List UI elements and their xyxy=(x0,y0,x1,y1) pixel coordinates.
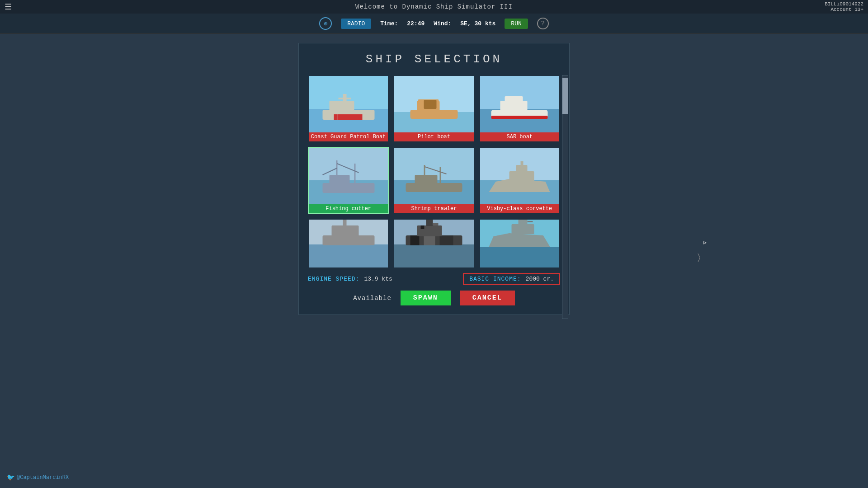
svg-rect-6 xyxy=(410,110,458,119)
svg-rect-13 xyxy=(491,116,548,119)
ship-image-shrimp-trawler xyxy=(399,157,469,206)
wind-label: Wind: xyxy=(434,20,451,27)
svg-rect-44 xyxy=(528,221,533,222)
wind-value: SE, 30 kts xyxy=(460,20,495,27)
svg-rect-4 xyxy=(334,114,337,120)
ship-label-fishing-cutter: Fishing cutter xyxy=(309,204,388,213)
ship-image-bottom3 xyxy=(485,220,555,263)
radio-icon-circle[interactable]: ⊕ xyxy=(319,17,332,30)
svg-rect-34 xyxy=(424,235,435,245)
svg-rect-29 xyxy=(322,235,374,245)
svg-rect-28 xyxy=(521,161,524,166)
account-name: BILLi09014922 xyxy=(825,1,863,7)
ship-card-bottom3[interactable] xyxy=(479,219,560,268)
ship-thumb-coast-guard xyxy=(309,76,388,141)
time-value: 22:49 xyxy=(407,20,425,27)
side-arrow-icon[interactable]: 〉 xyxy=(698,253,701,263)
ship-thumb-fishing-cutter xyxy=(309,148,388,213)
ship-thumb-shrimp-trawler xyxy=(394,148,473,213)
svg-rect-42 xyxy=(519,220,528,225)
svg-rect-3 xyxy=(338,98,351,99)
ship-image-pilot-boat xyxy=(399,85,469,135)
engine-speed-value: 13.9 kts xyxy=(364,276,392,282)
scroll-area: Coast Guard Patrol Boat xyxy=(308,75,560,268)
ship-label-coast-guard: Coast Guard Patrol Boat xyxy=(309,132,388,141)
ship-card-bottom1[interactable] xyxy=(308,219,389,268)
svg-rect-20 xyxy=(406,183,462,192)
svg-rect-27 xyxy=(516,165,528,172)
ship-card-shrimp-trawler[interactable]: Shrimp trawler xyxy=(393,147,474,214)
top-bar: ☰ Welcome to Dynamic Ship Simulator III … xyxy=(0,0,868,14)
ship-image-coast-guard xyxy=(313,85,383,135)
menu-icon[interactable]: ☰ xyxy=(5,2,12,12)
scrollbar-thumb[interactable] xyxy=(562,78,568,114)
run-button[interactable]: RUN xyxy=(505,19,528,29)
help-button[interactable]: ? xyxy=(537,18,549,29)
ship-image-bottom1 xyxy=(313,220,383,263)
svg-rect-30 xyxy=(331,225,359,236)
svg-rect-22 xyxy=(424,165,425,184)
ship-thumb-pilot-boat xyxy=(394,76,473,141)
cursor: ▹ xyxy=(703,237,708,247)
engine-speed-label: ENGINE SPEED: xyxy=(308,276,359,282)
ship-label-visby-corvette: Visby-class corvette xyxy=(480,204,559,213)
svg-rect-12 xyxy=(505,96,523,102)
basic-income-box: BASIC INCOME: 2000 cr. xyxy=(463,273,560,285)
ship-label-pilot-boat: Pilot boat xyxy=(394,132,473,141)
svg-rect-39 xyxy=(433,223,438,225)
main-container: SHIP SELECTION xyxy=(0,34,868,481)
ship-card-fishing-cutter[interactable]: Fishing cutter xyxy=(308,147,389,214)
account-age: Account 13+ xyxy=(825,7,863,12)
nav-bar: ⊕ RADIO Time: 22:49 Wind: SE, 30 kts RUN… xyxy=(0,14,868,34)
ship-label-sar-boat: SAR boat xyxy=(480,132,559,141)
svg-rect-15 xyxy=(329,175,349,184)
svg-rect-26 xyxy=(509,171,534,181)
svg-rect-1 xyxy=(329,101,354,111)
spawn-button[interactable]: SPAWN xyxy=(401,291,451,305)
svg-marker-40 xyxy=(489,233,550,247)
ship-image-sar-boat xyxy=(485,85,555,135)
svg-rect-9 xyxy=(424,100,436,109)
ship-thumb-bottom1 xyxy=(309,220,388,268)
ship-card-coast-guard[interactable]: Coast Guard Patrol Boat xyxy=(308,75,389,142)
app-title: Welcome to Dynamic Ship Simulator III xyxy=(355,3,513,10)
ship-card-bottom2[interactable] xyxy=(393,219,474,268)
svg-line-19 xyxy=(322,168,337,175)
ship-thumb-bottom3 xyxy=(480,220,559,268)
ship-card-sar-boat[interactable]: SAR boat xyxy=(479,75,560,142)
ship-card-pilot-boat[interactable]: Pilot boat xyxy=(393,75,474,142)
ship-selection-panel: SHIP SELECTION xyxy=(298,43,570,315)
svg-rect-37 xyxy=(426,220,433,226)
twitter-icon: 🐦 xyxy=(7,474,14,481)
ship-thumb-visby-corvette xyxy=(480,148,559,213)
time-label: Time: xyxy=(380,20,398,27)
twitter-name: @CaptainMarcinRX xyxy=(17,474,69,481)
account-info: BILLi09014922 Account 13+ xyxy=(825,1,863,12)
svg-rect-23 xyxy=(439,167,441,183)
ship-grid: Coast Guard Patrol Boat xyxy=(308,75,560,268)
svg-rect-21 xyxy=(415,175,437,184)
ship-image-visby-corvette xyxy=(485,157,555,206)
ship-image-fishing-cutter xyxy=(313,157,383,206)
svg-rect-5 xyxy=(337,114,362,120)
svg-rect-11 xyxy=(500,101,528,111)
action-row: Available SPAWN CANCEL xyxy=(308,291,560,305)
social-handle: 🐦 @CaptainMarcinRX xyxy=(7,474,69,481)
ship-thumb-sar-boat xyxy=(480,76,559,141)
svg-rect-41 xyxy=(512,224,534,234)
svg-rect-14 xyxy=(322,183,374,193)
info-bar: ENGINE SPEED: 13.9 kts BASIC INCOME: 200… xyxy=(308,273,560,285)
status-text: Available xyxy=(353,295,392,302)
ship-image-bottom2 xyxy=(399,220,469,263)
ship-label-shrimp-trawler: Shrimp trawler xyxy=(394,204,473,213)
basic-income-value: 2000 cr. xyxy=(526,276,554,282)
scrollbar[interactable] xyxy=(562,75,568,319)
svg-line-24 xyxy=(425,167,446,174)
radio-button[interactable]: RADIO xyxy=(341,19,371,29)
svg-rect-33 xyxy=(410,235,419,245)
ship-thumb-bottom2 xyxy=(394,220,473,268)
cancel-button[interactable]: CANCEL xyxy=(460,291,515,305)
ship-card-visby-corvette[interactable]: Visby-class corvette xyxy=(479,147,560,214)
svg-rect-35 xyxy=(439,235,453,245)
basic-income-label: BASIC INCOME: xyxy=(469,276,521,282)
